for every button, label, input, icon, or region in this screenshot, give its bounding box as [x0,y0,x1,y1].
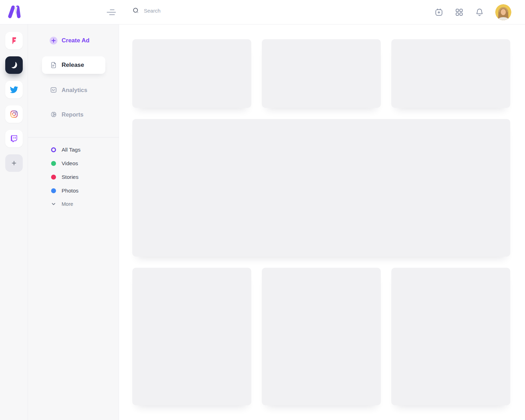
pie-chart-icon [50,111,57,118]
chevron-down-icon [51,202,56,206]
apps-grid-button[interactable] [455,8,464,17]
content-area [119,24,525,420]
app-logo [7,5,22,19]
placeholder-card [132,268,251,405]
apps-grid-icon [455,8,464,17]
user-avatar[interactable] [495,4,511,20]
analytics-wave-icon [50,86,57,94]
search-icon [132,7,139,14]
content-grid [132,39,510,405]
placeholder-card [132,39,251,108]
workspace-envato-button[interactable] [5,56,23,74]
sidebar-item-reports[interactable]: Reports [50,110,83,119]
workspace-twitter-button[interactable] [5,81,23,98]
sidebar-item-label: Release [62,62,84,69]
tags-more-button[interactable]: More [51,201,73,208]
tag-dot-icon [51,161,56,166]
placeholder-card [262,268,381,405]
create-ad-plus-icon [50,37,57,44]
sidebar-item-label: Analytics [62,87,87,93]
sidebar-item-label: Reports [62,111,83,118]
tag-dot-icon [51,175,56,180]
twitter-icon [10,85,18,94]
workspace-instagram-button[interactable] [5,105,23,123]
tag-label: All Tags [62,147,80,153]
workspace-foursquare-button[interactable] [5,32,23,49]
placeholder-card [391,39,510,108]
more-label: More [62,201,73,207]
bell-icon [475,8,484,17]
sidebar-item-release[interactable]: Release [42,56,105,74]
envato-leaf-icon [10,61,18,69]
workspace-rail [0,24,28,420]
create-ad-button[interactable]: Create Ad [50,36,90,45]
instagram-icon [10,110,18,118]
tag-filter-stories[interactable]: Stories [51,174,78,181]
placeholder-card [391,268,510,405]
tag-label: Stories [62,174,78,180]
avatar-photo [495,4,511,20]
tag-filter-videos[interactable]: Videos [51,160,78,167]
tag-filter-all-tags[interactable]: All Tags [51,146,80,153]
placeholder-card [262,39,381,108]
tag-filter-photos[interactable]: Photos [51,187,78,194]
topbar-actions [434,0,511,24]
foursquare-icon [10,36,18,45]
workspace-twitch-button[interactable] [5,130,23,147]
sidebar-divider [28,137,119,138]
menu-toggle-button[interactable] [107,9,116,15]
sidebar-item-analytics[interactable]: Analytics [50,86,87,94]
notifications-button[interactable] [475,8,484,17]
add-workspace-button[interactable] [5,154,23,172]
tag-label: Videos [62,160,78,167]
tag-ring-icon [51,147,56,152]
search-bar [132,7,235,14]
new-event-button[interactable] [434,8,443,17]
tag-dot-icon [51,188,56,193]
search-input[interactable] [144,8,235,14]
calendar-plus-icon [434,8,443,17]
create-ad-label: Create Ad [62,37,90,44]
twitch-icon [10,134,18,143]
sidebar: Create Ad Release Analytics Reports All … [28,24,119,420]
logo-m-icon [7,5,22,18]
placeholder-card-wide [132,119,510,257]
top-bar [0,0,525,24]
document-icon [50,61,57,69]
plus-icon [10,160,18,167]
tag-label: Photos [62,188,78,194]
